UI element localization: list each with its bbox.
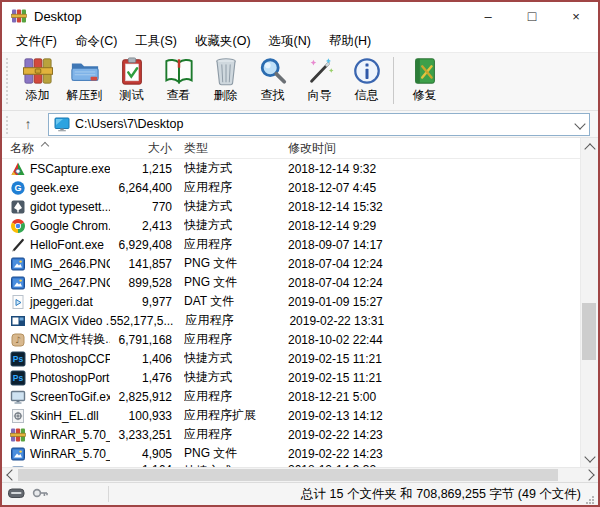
column-header-date[interactable]: 修改时间 — [288, 140, 581, 157]
toolbar-view-button[interactable]: 查看 — [155, 53, 202, 104]
file-row[interactable]: ♪NCM文件转换....6,791,168应用程序2018-10-02 22:4… — [2, 330, 598, 349]
file-type: 应用程序 — [184, 388, 288, 405]
file-row[interactable]: gidot typesett...770快捷方式2018-12-14 15:32 — [2, 197, 598, 216]
address-dropdown-icon[interactable] — [576, 117, 584, 131]
png-file-icon — [10, 446, 26, 462]
column-header-size[interactable]: 大小 — [110, 140, 172, 157]
minimize-button[interactable]: – — [466, 2, 510, 30]
file-date: 2018-12-07 4:45 — [288, 181, 581, 195]
pen-file-icon — [10, 237, 26, 253]
file-size: 770 — [110, 200, 172, 214]
file-date: 2019-02-22 13:31 — [289, 314, 581, 328]
file-row[interactable]: IMG_2647.PNG899,528PNG 文件2018-07-04 12:2… — [2, 273, 598, 292]
gidot-file-icon — [10, 199, 26, 215]
file-type: 快捷方式 — [184, 369, 288, 386]
scroll-down-icon[interactable] — [581, 450, 598, 466]
view-file-icon — [164, 56, 194, 86]
horizontal-scrollbar[interactable] — [2, 467, 598, 482]
menu-item-help[interactable]: 帮助(H) — [320, 30, 380, 53]
file-row[interactable]: Ggeek.exe6,264,400应用程序2018-12-07 4:45 — [2, 178, 598, 197]
fscapture-file-icon — [10, 161, 26, 177]
file-row[interactable]: PsPhotoshopPort...1,476快捷方式2019-02-15 11… — [2, 368, 598, 387]
file-name: geek.exe — [30, 181, 79, 195]
file-date: 2019-02-22 14:23 — [288, 428, 581, 442]
png-file-icon — [10, 275, 26, 291]
menu-item-favorites[interactable]: 收藏夹(O) — [186, 30, 260, 53]
file-date: 2018-12-14 9:29 — [288, 219, 581, 233]
file-size: 100,933 — [110, 409, 172, 423]
toolbar-find-button[interactable]: 查找 — [249, 53, 296, 104]
file-name: PhotoshopPort... — [30, 371, 110, 385]
file-name: SkinH_EL.dll — [30, 409, 99, 423]
toolbar-info-button[interactable]: 信息 — [343, 53, 390, 104]
column-header-name[interactable]: 名称 — [10, 140, 110, 157]
file-row[interactable]: IMG_2646.PNG141,857PNG 文件2018-07-04 12:2… — [2, 254, 598, 273]
svg-text:♪: ♪ — [15, 335, 21, 345]
delete-icon — [211, 56, 241, 86]
wizard-icon — [305, 56, 335, 86]
file-row[interactable]: jpeggeri.dat9,977DAT 文件2019-01-09 15:27 — [2, 292, 598, 311]
file-size: 9,977 — [110, 295, 172, 309]
file-date: 2018-10-02 22:44 — [288, 333, 581, 347]
file-row[interactable]: HelloFont.exe6,929,408应用程序2018-09-07 14:… — [2, 235, 598, 254]
addressbar: ↑ C:\Users\7\Desktop — [2, 111, 598, 138]
winrar-logo-icon — [11, 8, 27, 24]
png-file-icon — [10, 256, 26, 272]
vertical-scrollbar[interactable] — [580, 138, 598, 467]
file-row[interactable]: FSCapture.exe....1,215快捷方式2018-12-14 9:3… — [2, 159, 598, 178]
menu-item-file[interactable]: 文件(F) — [7, 30, 66, 53]
file-size: 141,857 — [110, 257, 172, 271]
file-row[interactable]: PsPhotoshopCCP...1,406快捷方式2019-02-15 11:… — [2, 349, 598, 368]
file-row[interactable]: SkinH_EL.dll100,933应用程序扩展2019-02-13 14:1… — [2, 406, 598, 425]
toolbar-test-button[interactable]: 测试 — [108, 53, 155, 104]
file-row[interactable]: ScreenToGif.exe2,825,912应用程序2018-12-21 5… — [2, 387, 598, 406]
file-date: 2019-02-22 14:23 — [288, 447, 581, 461]
desktop-icon — [54, 116, 70, 132]
monitor-file-icon — [10, 389, 26, 405]
file-row[interactable]: MAGIX Video ...552,177,5...应用程序2019-02-2… — [2, 311, 598, 330]
file-row[interactable]: WinRAR_5.70_...3,233,251应用程序2019-02-22 1… — [2, 425, 598, 444]
file-name: MAGIX Video ... — [30, 314, 110, 328]
file-type: PNG 文件 — [184, 274, 288, 291]
key-icon[interactable] — [32, 486, 49, 503]
menu-item-commands[interactable]: 命令(C) — [66, 30, 126, 53]
toolbar-delete-button[interactable]: 删除 — [202, 53, 249, 104]
menu-item-tools[interactable]: 工具(S) — [126, 30, 186, 53]
statusbar-icons — [8, 486, 108, 503]
scroll-left-icon[interactable] — [2, 468, 18, 482]
magix-file-icon — [10, 313, 26, 329]
photoshop-file-icon: Ps — [10, 370, 26, 386]
resize-grip[interactable] — [585, 495, 595, 505]
titlebar: Desktop – □ × — [2, 2, 598, 30]
scroll-up-icon[interactable] — [581, 139, 598, 155]
file-name: WinRAR_5.70_... — [30, 447, 110, 461]
toolbar-add-button[interactable]: 添加 — [14, 53, 61, 104]
file-type: 应用程序 — [184, 179, 288, 196]
horizontal-scrollbar-thumb[interactable] — [18, 469, 558, 481]
file-row[interactable]: WinRAR_5.70_...4,905PNG 文件2019-02-22 14:… — [2, 444, 598, 463]
file-name: HelloFont.exe — [30, 238, 104, 252]
file-size: 6,264,400 — [110, 181, 172, 195]
file-name: FSCapture.exe.... — [30, 162, 110, 176]
maximize-button[interactable]: □ — [510, 2, 554, 30]
address-combobox[interactable]: C:\Users\7\Desktop — [48, 113, 590, 136]
toolbar-repair-button[interactable]: 修复 — [401, 53, 448, 104]
file-size: 899,528 — [110, 276, 172, 290]
file-type: 快捷方式 — [184, 350, 288, 367]
file-type: 快捷方式 — [184, 198, 288, 215]
drive-icon[interactable] — [8, 487, 25, 502]
up-one-level-button[interactable]: ↑ — [14, 113, 42, 135]
toolbar-extract-to-button[interactable]: 解压到 — [61, 53, 108, 104]
vertical-scrollbar-thumb[interactable] — [582, 303, 596, 360]
file-name: PhotoshopCCP... — [30, 352, 110, 366]
menu-item-options[interactable]: 选项(N) — [260, 30, 320, 53]
column-header-type[interactable]: 类型 — [184, 140, 288, 157]
scroll-right-icon[interactable] — [582, 468, 598, 482]
file-name: IMG_2647.PNG — [30, 276, 110, 290]
file-row[interactable]: Google Chrom...2,413快捷方式2018-12-14 9:29 — [2, 216, 598, 235]
file-size: 6,791,168 — [110, 333, 172, 347]
toolbar-wizard-button[interactable]: 向导 — [296, 53, 343, 104]
file-type: PNG 文件 — [184, 255, 288, 272]
close-button[interactable]: × — [554, 2, 598, 30]
photoshop-file-icon: Ps — [10, 351, 26, 367]
